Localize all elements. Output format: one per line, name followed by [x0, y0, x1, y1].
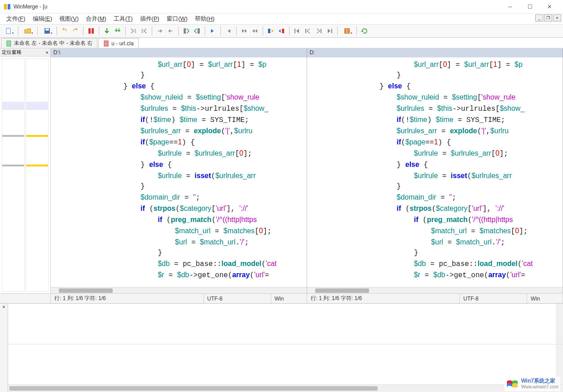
- status-pos-right: 行: 1 列: 1/6 字符: 1/6: [307, 294, 460, 303]
- all-left-button[interactable]: [192, 26, 202, 36]
- path-right[interactable]: D:: [307, 48, 563, 57]
- path-left[interactable]: D:\: [51, 48, 307, 57]
- menu-e[interactable]: 编辑(E): [29, 14, 56, 23]
- save-button[interactable]: [40, 26, 54, 36]
- copy-left-icon[interactable]: [166, 26, 176, 36]
- apply-button[interactable]: [102, 26, 112, 36]
- location-col-right[interactable]: [26, 58, 48, 292]
- doc-icon: [103, 40, 110, 47]
- all-right-button[interactable]: [181, 26, 191, 36]
- svg-rect-16: [331, 29, 332, 33]
- next-diff2-button[interactable]: [239, 26, 249, 36]
- menu-t[interactable]: 工具(T): [110, 14, 136, 23]
- prev-diff2-button[interactable]: [250, 26, 260, 36]
- location-col-left[interactable]: [2, 58, 25, 292]
- pane-status-row: 行: 1 列: 1/6 字符: 1/6 UTF-8 Win 行: 1 列: 1/…: [0, 293, 563, 303]
- last-diff-icon[interactable]: [277, 26, 286, 36]
- vscrollbar-icon[interactable]: [556, 304, 563, 344]
- goto-prev-line-icon[interactable]: [303, 26, 313, 36]
- status-eol-right: Win: [527, 294, 563, 303]
- svg-rect-14: [305, 29, 306, 33]
- status-pos-left: 行: 1 列: 1/6 字符: 1/6: [51, 294, 204, 303]
- tab-label: 未命名 左 - 未命名 中 - 未命名 右: [14, 39, 92, 47]
- svg-rect-18: [7, 41, 11, 46]
- location-pane-header: 定位窗格 ×: [0, 48, 50, 57]
- code-pane-right: $url_arr[0] = $url_arr[1] = $p } } else …: [307, 57, 563, 293]
- tab-unnamed[interactable]: 未命名 左 - 未命名 中 - 未命名 右: [1, 38, 97, 48]
- diff-area-top[interactable]: [8, 304, 563, 344]
- path-row: D:\ D:: [51, 48, 563, 57]
- first-diff-icon[interactable]: [266, 26, 276, 36]
- svg-rect-12: [282, 29, 284, 33]
- title-bar: WinMerge - [u ─ ☐ ✕: [0, 0, 563, 13]
- tab-label: u - url.cla: [111, 40, 133, 47]
- menu-h[interactable]: 帮助(H): [191, 14, 218, 23]
- svg-rect-5: [88, 28, 91, 34]
- menu-p[interactable]: 插件(P): [136, 14, 163, 23]
- diff-area-bottom[interactable]: [8, 344, 563, 385]
- goto-next-line-icon[interactable]: [314, 26, 324, 36]
- compare-panes: D:\ D: $url_arr[0] = $url_arr[1] = $p } …: [51, 48, 563, 293]
- watermark-title: Win7系统之家: [521, 378, 559, 384]
- windows-logo-icon: [506, 379, 519, 389]
- main-area: 定位窗格 × D:\ D: $url_arr[0: [0, 48, 563, 293]
- maximize-button[interactable]: ☐: [520, 0, 540, 13]
- svg-rect-8: [141, 29, 143, 33]
- mdi-restore-button[interactable]: ❐: [544, 14, 552, 22]
- location-pane: 定位窗格 ×: [0, 48, 51, 293]
- minimize-button[interactable]: ─: [500, 0, 520, 13]
- status-enc-left: UTF-8: [204, 294, 271, 303]
- code-right[interactable]: $url_arr[0] = $url_arr[1] = $p } } else …: [307, 57, 563, 287]
- menu-w[interactable]: 窗口(W): [163, 14, 191, 23]
- goto-first-icon[interactable]: [292, 26, 302, 36]
- copy-right-icon[interactable]: [155, 26, 165, 36]
- svg-rect-19: [104, 41, 108, 46]
- svg-rect-7: [134, 29, 136, 33]
- app-icon: [4, 3, 11, 10]
- close-button[interactable]: ✕: [540, 0, 559, 13]
- svg-rect-1: [8, 4, 10, 9]
- hscrollbar-right[interactable]: [307, 287, 563, 293]
- tab-url[interactable]: u - url.cla: [98, 38, 138, 48]
- toolbar: [0, 24, 563, 38]
- apply-all-button[interactable]: [113, 26, 123, 36]
- prev-diff-button[interactable]: [224, 26, 233, 36]
- goto-last-icon[interactable]: [325, 26, 334, 36]
- copy-right-all-icon[interactable]: [128, 26, 138, 36]
- redo-button[interactable]: [70, 26, 80, 36]
- svg-rect-15: [321, 29, 321, 33]
- svg-rect-0: [4, 4, 7, 9]
- menu-m[interactable]: 合并(M): [82, 14, 110, 23]
- status-eol-left: Win: [271, 294, 307, 303]
- menu-bar: 文件(F)编辑(E)视图(V)合并(M)工具(T)插件(P)窗口(W)帮助(H)…: [0, 13, 563, 24]
- compare-button[interactable]: [86, 26, 96, 36]
- undo-button[interactable]: [60, 26, 70, 36]
- location-pane-close-icon[interactable]: ×: [46, 50, 48, 55]
- watermark: Win7系统之家 Www.winwin7.com: [504, 377, 560, 391]
- copy-left-all-icon[interactable]: [139, 26, 149, 36]
- code-pane-left: $url_arr[0] = $url_arr[1] = $p } } else …: [51, 57, 307, 293]
- diff-hscrollbar[interactable]: [8, 385, 563, 392]
- new-button[interactable]: [2, 26, 15, 36]
- hscrollbar-left[interactable]: [51, 287, 307, 293]
- menu-f[interactable]: 文件(F): [3, 14, 29, 23]
- filter-button[interactable]: [340, 26, 354, 36]
- refresh-button[interactable]: [360, 26, 369, 36]
- doc-icon: [6, 40, 12, 47]
- next-diff-button[interactable]: [208, 26, 218, 36]
- svg-rect-10: [198, 28, 200, 34]
- diff-pane-close-icon[interactable]: ×: [3, 305, 5, 309]
- open-button[interactable]: [21, 26, 35, 36]
- menu-v[interactable]: 视图(V): [56, 14, 82, 23]
- svg-rect-4: [45, 29, 49, 30]
- status-enc-right: UTF-8: [460, 294, 527, 303]
- mdi-minimize-button[interactable]: _: [535, 14, 543, 22]
- document-tabs: 未命名 左 - 未命名 中 - 未命名 右 u - url.cla: [0, 38, 563, 48]
- diff-pane: × 差异窗格: [0, 303, 563, 392]
- svg-rect-11: [268, 29, 270, 33]
- svg-rect-2: [6, 28, 10, 34]
- window-title: WinMerge - [u: [13, 4, 500, 10]
- mdi-close-button[interactable]: ×: [553, 14, 561, 22]
- svg-rect-6: [92, 28, 94, 34]
- code-left[interactable]: $url_arr[0] = $url_arr[1] = $p } } else …: [51, 57, 307, 287]
